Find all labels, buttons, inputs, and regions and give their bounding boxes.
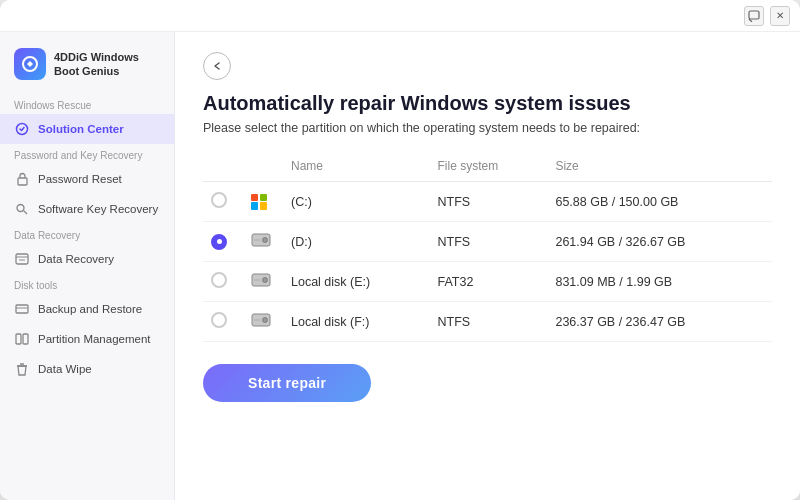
svg-point-20 — [263, 278, 268, 283]
data-wipe-label: Data Wipe — [38, 363, 92, 375]
sidebar-item-password-reset[interactable]: Password Reset — [0, 164, 174, 194]
svg-rect-12 — [16, 334, 21, 344]
content-area: 4DDiG Windows Boot Genius Windows Rescue… — [0, 32, 800, 500]
hdd-drive-icon — [251, 312, 275, 331]
start-repair-button[interactable]: Start repair — [203, 364, 371, 402]
partition-management-icon — [14, 331, 30, 347]
title-bar-controls: ✕ — [744, 6, 790, 26]
col-header-filesystem: File system — [429, 153, 547, 182]
partition-filesystem: NTFS — [429, 182, 547, 222]
radio-row-e[interactable] — [211, 272, 227, 288]
data-recovery-label: Data Recovery — [38, 253, 114, 265]
sidebar-item-data-recovery[interactable]: Data Recovery — [0, 244, 174, 274]
svg-point-17 — [263, 238, 268, 243]
sidebar-item-data-wipe[interactable]: Data Wipe — [0, 354, 174, 384]
svg-line-6 — [24, 211, 28, 215]
partition-filesystem: NTFS — [429, 302, 547, 342]
partition-filesystem: NTFS — [429, 222, 547, 262]
partition-management-label: Partition Management — [38, 333, 151, 345]
partition-size: 831.09 MB / 1.99 GB — [547, 262, 772, 302]
table-row[interactable]: Local disk (F:)NTFS236.37 GB / 236.47 GB — [203, 302, 772, 342]
col-header-icon — [243, 153, 283, 182]
col-header-radio — [203, 153, 243, 182]
section-label-data-recovery: Data Recovery — [0, 224, 174, 244]
svg-rect-4 — [18, 178, 27, 185]
hdd-drive-icon — [251, 272, 275, 291]
solution-center-label: Solution Center — [38, 123, 124, 135]
col-header-name: Name — [283, 153, 429, 182]
partition-size: 236.37 GB / 236.47 GB — [547, 302, 772, 342]
table-row[interactable]: (D:)NTFS261.94 GB / 326.67 GB — [203, 222, 772, 262]
feedback-button[interactable] — [744, 6, 764, 26]
partition-size: 65.88 GB / 150.00 GB — [547, 182, 772, 222]
table-row[interactable]: Local disk (E:)FAT32831.09 MB / 1.99 GB — [203, 262, 772, 302]
partition-name: (D:) — [283, 222, 429, 262]
section-label-disk-tools: Disk tools — [0, 274, 174, 294]
partition-size: 261.94 GB / 326.67 GB — [547, 222, 772, 262]
solution-center-icon — [14, 121, 30, 137]
close-button[interactable]: ✕ — [770, 6, 790, 26]
partition-name: Local disk (F:) — [283, 302, 429, 342]
data-wipe-icon — [14, 361, 30, 377]
radio-row-c[interactable] — [211, 192, 227, 208]
section-label-password: Password and Key Recovery — [0, 144, 174, 164]
sidebar: 4DDiG Windows Boot Genius Windows Rescue… — [0, 32, 175, 500]
backup-restore-label: Backup and Restore — [38, 303, 142, 315]
app-logo-icon — [14, 48, 46, 80]
sidebar-item-software-key[interactable]: Software Key Recovery — [0, 194, 174, 224]
partition-name: Local disk (E:) — [283, 262, 429, 302]
svg-point-23 — [263, 318, 268, 323]
radio-row-d[interactable] — [211, 234, 227, 250]
partition-filesystem: FAT32 — [429, 262, 547, 302]
back-button[interactable] — [203, 52, 231, 80]
app-logo: 4DDiG Windows Boot Genius — [0, 44, 174, 94]
data-recovery-icon — [14, 251, 30, 267]
page-subtitle: Please select the partition on which the… — [203, 121, 772, 135]
title-bar: ✕ — [0, 0, 800, 32]
partition-name: (C:) — [283, 182, 429, 222]
sidebar-item-partition-management[interactable]: Partition Management — [0, 324, 174, 354]
svg-point-5 — [17, 205, 24, 212]
section-label-windows-rescue: Windows Rescue — [0, 94, 174, 114]
software-key-label: Software Key Recovery — [38, 203, 158, 215]
svg-rect-0 — [749, 11, 759, 19]
main-content: Automatically repair Windows system issu… — [175, 32, 800, 500]
radio-row-f[interactable] — [211, 312, 227, 328]
software-key-icon — [14, 201, 30, 217]
table-row[interactable]: (C:)NTFS65.88 GB / 150.00 GB — [203, 182, 772, 222]
app-window: ✕ 4DDiG Windows Boot Genius Windows Res — [0, 0, 800, 500]
svg-rect-13 — [23, 334, 28, 344]
col-header-size: Size — [547, 153, 772, 182]
svg-rect-7 — [16, 254, 28, 264]
app-name: 4DDiG Windows Boot Genius — [54, 50, 139, 79]
sidebar-item-solution-center[interactable]: Solution Center — [0, 114, 174, 144]
sidebar-item-backup-restore[interactable]: Backup and Restore — [0, 294, 174, 324]
backup-restore-icon — [14, 301, 30, 317]
password-reset-icon — [14, 171, 30, 187]
password-reset-label: Password Reset — [38, 173, 122, 185]
windows-drive-icon — [251, 194, 267, 210]
svg-rect-10 — [16, 305, 28, 313]
page-title: Automatically repair Windows system issu… — [203, 92, 772, 115]
partition-table: Name File system Size (C:)NTFS65.88 GB /… — [203, 153, 772, 342]
hdd-drive-icon — [251, 232, 275, 251]
